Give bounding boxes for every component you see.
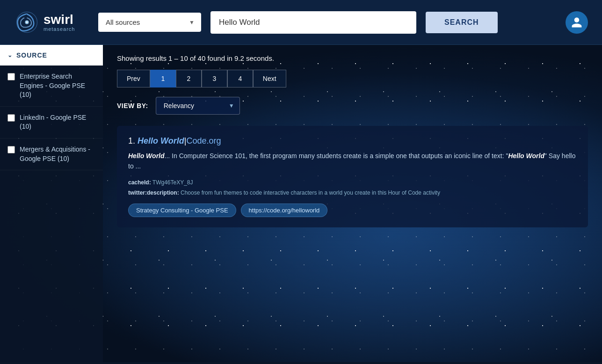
result-tag-url-1[interactable]: https://code.org/helloworld [241,204,328,217]
sidebar-item-enterprise: Enterprise Search Engines - Google PSE (… [0,66,103,107]
result-snippet-1: Hello World... In Computer Science 101, … [128,151,577,172]
pagination-prev-button[interactable]: Prev [117,70,150,87]
user-avatar[interactable] [566,11,588,34]
pagination-next-button[interactable]: Next [253,70,286,87]
swirl-logo-icon [14,9,40,35]
svg-point-3 [26,22,28,23]
result-snippet-highlight-1: Hello World [508,152,544,160]
chevron-down-icon: ⌄ [7,52,13,58]
sidebar-checkbox-enterprise[interactable] [7,73,15,80]
sidebar-item-label-mergers: Mergers & Acquisitions - Google PSE (10) [20,145,95,163]
pagination-page-4-button[interactable]: 4 [227,70,253,87]
logo-meta-label: metasearch [44,26,75,32]
view-by-select[interactable]: Relevancy Date Source [156,97,240,115]
result-cacheid-label-1: cacheId: [128,179,151,186]
sidebar-item-mergers: Mergers & Acquisitions - Google PSE (10) [0,138,103,170]
pagination-page-1-button[interactable]: 1 [150,70,176,87]
result-meta-twitter-1: twitter:description: Choose from fun the… [128,189,577,197]
result-cacheid-value-1: TWg46TeXY_8J [152,179,193,186]
result-twitter-label-1: twitter:description: [128,189,179,196]
pagination-page-3-button[interactable]: 3 [202,70,227,87]
result-tag-source-1[interactable]: Strategy Consulting - Google PSE [128,204,236,217]
result-title-domain-1: Code.org [186,136,221,146]
sidebar-checkbox-linkedin[interactable] [7,114,15,122]
sidebar: ⌄ SOURCE Enterprise Search Engines - Goo… [0,45,103,362]
sidebar-checkbox-mergers[interactable] [7,146,15,153]
result-twitter-value-1: Choose from fun themes to code interacti… [181,189,440,196]
result-snippet-prefix-1: Hello World [128,152,165,160]
view-by-select-wrapper: Relevancy Date Source [156,97,240,115]
sidebar-item-label-enterprise: Enterprise Search Engines - Google PSE (… [20,72,95,100]
pagination-page-2-button[interactable]: 2 [176,70,202,87]
header: swirl metasearch All sources SEARCH [0,0,602,45]
logo-text: swirl metasearch [44,13,75,32]
logo-swirl-label: swirl [44,13,75,26]
result-card-1: 1. Hello World|Code.org Hello World... I… [117,126,588,227]
main-content: ⌄ SOURCE Enterprise Search Engines - Goo… [0,45,602,362]
result-snippet-before-1: ... In Computer Science 101, the first p… [165,152,508,160]
sidebar-scroll: Enterprise Search Engines - Google PSE (… [0,66,103,170]
result-meta-cacheid-1: cacheId: TWg46TeXY_8J [128,178,577,187]
result-number-1: 1. [128,136,135,146]
results-area: Showing results 1 – 10 of 40 found in 9.… [103,45,602,362]
result-title-1: 1. Hello World|Code.org [128,136,577,146]
sidebar-item-label-linkedin: LinkedIn - Google PSE (10) [20,113,95,131]
logo: swirl metasearch [14,9,89,35]
source-dropdown-wrapper: All sources [98,13,201,32]
results-summary: Showing results 1 – 10 of 40 found in 9.… [117,54,588,62]
source-dropdown[interactable]: All sources [98,13,201,32]
search-button[interactable]: SEARCH [426,12,498,33]
view-by-row: VIEW BY: Relevancy Date Source [117,97,588,115]
source-section-header[interactable]: ⌄ SOURCE [0,45,103,66]
view-by-label: VIEW BY: [117,102,148,109]
result-link-1[interactable]: Hello World|Code.org [138,136,221,146]
result-tags-1: Strategy Consulting - Google PSE https:/… [128,204,577,217]
pagination: Prev 1 2 3 4 Next [117,70,588,87]
search-input[interactable] [210,11,416,34]
source-section-label: SOURCE [16,51,47,59]
result-title-italic-1: Hello World [138,136,184,146]
user-icon [571,16,583,29]
sidebar-item-linkedin: LinkedIn - Google PSE (10) [0,107,103,138]
